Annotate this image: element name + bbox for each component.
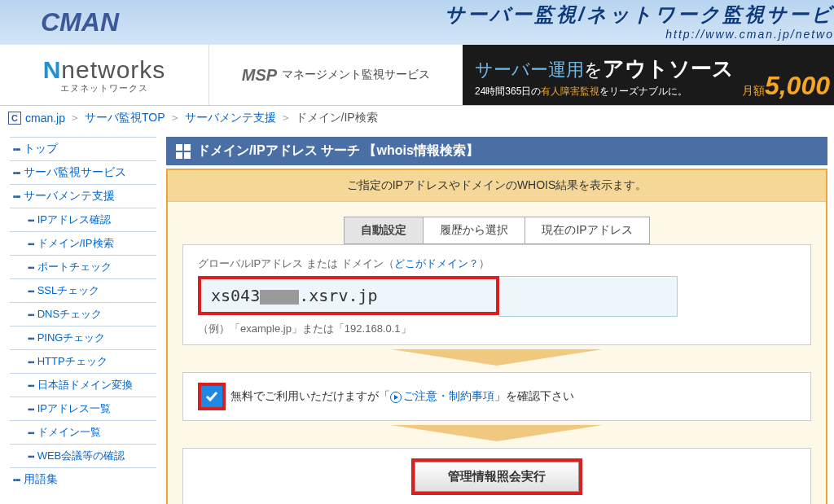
sidebar-item-iplist[interactable]: ▪▪▪IPアドレス一覧 — [10, 397, 156, 420]
sidebar-item-httpcheck[interactable]: ▪▪▪HTTPチェック — [10, 349, 156, 373]
domain-input-group: グローバルIPアドレス または ドメイン（どこがドメイン？） xs043.xsr… — [182, 244, 811, 345]
svg-marker-1 — [391, 425, 603, 441]
sidebar-item-top[interactable]: ▪▪▪トップ — [10, 137, 156, 160]
outsource-banner[interactable]: サーバー運用をアウトソース 24時間365日の有人障害監視をリーズナブルに。 月… — [463, 45, 834, 105]
menu-dots-icon: ▪▪▪ — [28, 239, 34, 248]
whois-form-box: ご指定のIPアドレスやドメインのWHOIS結果を表示ます。 自動設定 履歴から選… — [166, 169, 827, 504]
networks-logo-main: Nnetworks — [43, 56, 166, 84]
flow-arrow-icon — [182, 425, 811, 444]
chevron-right-icon: ＞ — [280, 111, 292, 125]
consent-box: 無料でご利用いただけますが「ご注意・制約事項」を確認下さい — [182, 372, 811, 421]
sidebar-item-webmeeting[interactable]: ▪▪▪WEB会議等の確認 — [10, 444, 156, 467]
breadcrumb: C cman.jp ＞ サーバ監視TOP ＞ サーバメンテ支援 ＞ ドメイン/I… — [0, 106, 834, 130]
networks-logo-sub: エヌネットワークス — [60, 82, 148, 94]
header-url: http://www.cman.jp/netwo — [445, 28, 834, 41]
chevron-right-icon: ＞ — [169, 111, 181, 125]
menu-dots-icon: ▪▪▪ — [13, 144, 20, 154]
menu-dots-icon: ▪▪▪ — [28, 428, 34, 437]
banner-row: Nnetworks エヌネットワークス MSP マネージメント監視サービス サー… — [0, 45, 834, 106]
breadcrumb-current: ドメイン/IP検索 — [296, 111, 378, 125]
consent-checkbox-highlight — [198, 383, 226, 410]
consent-text: 無料でご利用いただけますが「ご注意・制約事項」を確認下さい — [230, 389, 574, 404]
menu-dots-icon: ▪▪▪ — [28, 263, 34, 272]
breadcrumb-link-2[interactable]: サーバメンテ支援 — [185, 111, 276, 125]
tab-current-ip[interactable]: 現在のIPアドレス — [525, 217, 649, 244]
domain-help-link[interactable]: どこがドメイン？ — [394, 257, 479, 270]
consent-checkbox[interactable] — [201, 386, 222, 407]
input-mode-tabs: 自動設定 履歴から選択 現在のIPアドレス — [182, 217, 811, 244]
sidebar-item-portcheck[interactable]: ▪▪▪ポートチェック — [10, 255, 156, 278]
sidebar-item-idn[interactable]: ▪▪▪日本語ドメイン変換 — [10, 373, 156, 397]
sidebar: ▪▪▪トップ ▪▪▪サーバ監視サービス ▪▪▪サーバメンテ支援 ▪▪▪IPアドレ… — [0, 130, 163, 504]
sidebar-item-glossary[interactable]: ▪▪▪用語集 — [10, 467, 156, 491]
header-bar: CMAN サーバー監視/ネットワーク監視サービ http://www.cman.… — [0, 0, 834, 45]
sidebar-item-pingcheck[interactable]: ▪▪▪PINGチェック — [10, 326, 156, 349]
menu-dots-icon: ▪▪▪ — [28, 452, 34, 461]
svg-marker-0 — [391, 349, 603, 366]
domain-input[interactable]: xs043.xsrv.jp — [198, 276, 499, 315]
menu-dots-icon: ▪▪▪ — [28, 287, 34, 296]
input-example: （例）「example.jp」または「192.168.0.1」 — [198, 322, 796, 336]
header-tagline: サーバー監視/ネットワーク監視サービ — [445, 2, 834, 28]
sidebar-item-monitor[interactable]: ▪▪▪サーバ監視サービス — [10, 160, 156, 184]
site-icon: C — [8, 112, 21, 125]
menu-dots-icon: ▪▪▪ — [13, 168, 20, 177]
play-icon — [390, 392, 402, 403]
networks-logo[interactable]: Nnetworks エヌネットワークス — [0, 45, 208, 105]
msp-banner[interactable]: MSP マネージメント監視サービス — [208, 45, 463, 105]
page-title-bar: ドメイン/IPアドレス サーチ 【whois情報検索】 — [166, 137, 827, 165]
flow-arrow-icon — [182, 349, 811, 368]
menu-dots-icon: ▪▪▪ — [28, 405, 34, 414]
page-title: ドメイン/IPアドレス サーチ 【whois情報検索】 — [197, 142, 479, 160]
msp-text: マネージメント監視サービス — [282, 68, 430, 82]
submit-box: 管理情報照会実行 — [182, 448, 811, 504]
menu-dots-icon: ▪▪▪ — [28, 381, 34, 390]
menu-dots-icon: ▪▪▪ — [13, 475, 20, 484]
menu-dots-icon: ▪▪▪ — [13, 191, 20, 201]
instruction-text: ご指定のIPアドレスやドメインのWHOIS結果を表示ます。 — [168, 170, 826, 202]
breadcrumb-link-0[interactable]: cman.jp — [25, 112, 65, 125]
cman-logo[interactable]: CMAN — [41, 7, 119, 37]
sidebar-item-domain-search[interactable]: ▪▪▪ドメイン/IP検索 — [10, 231, 156, 255]
main-content: ドメイン/IPアドレス サーチ 【whois情報検索】 ご指定のIPアドレスやド… — [163, 130, 834, 504]
breadcrumb-link-1[interactable]: サーバ監視TOP — [85, 111, 165, 125]
msp-label: MSP — [242, 66, 277, 85]
tab-auto[interactable]: 自動設定 — [344, 217, 424, 244]
submit-button[interactable]: 管理情報照会実行 — [415, 462, 579, 492]
sidebar-item-domainlist[interactable]: ▪▪▪ドメイン一覧 — [10, 420, 156, 444]
tab-history[interactable]: 履歴から選択 — [424, 217, 525, 244]
domain-input-extension[interactable] — [498, 276, 678, 317]
sidebar-item-maintenance[interactable]: ▪▪▪サーバメンテ支援 — [10, 184, 156, 208]
sidebar-item-ipcheck[interactable]: ▪▪▪IPアドレス確認 — [10, 208, 156, 231]
grid-icon — [176, 144, 191, 159]
redacted-segment — [260, 290, 299, 305]
sidebar-item-sslcheck[interactable]: ▪▪▪SSLチェック — [10, 278, 156, 302]
menu-dots-icon: ▪▪▪ — [28, 310, 34, 319]
chevron-right-icon: ＞ — [69, 111, 81, 125]
menu-dots-icon: ▪▪▪ — [28, 334, 34, 343]
menu-dots-icon: ▪▪▪ — [28, 357, 34, 366]
terms-link[interactable]: ご注意・制約事項 — [403, 389, 494, 402]
menu-dots-icon: ▪▪▪ — [28, 216, 34, 225]
input-label: グローバルIPアドレス または ドメイン（どこがドメイン？） — [198, 256, 796, 271]
header-tagline-block: サーバー監視/ネットワーク監視サービ http://www.cman.jp/ne… — [445, 2, 834, 41]
submit-button-highlight: 管理情報照会実行 — [411, 458, 582, 495]
sidebar-item-dnscheck[interactable]: ▪▪▪DNSチェック — [10, 302, 156, 326]
banner-price: 月額5,000 — [742, 71, 830, 101]
check-icon — [204, 389, 219, 404]
